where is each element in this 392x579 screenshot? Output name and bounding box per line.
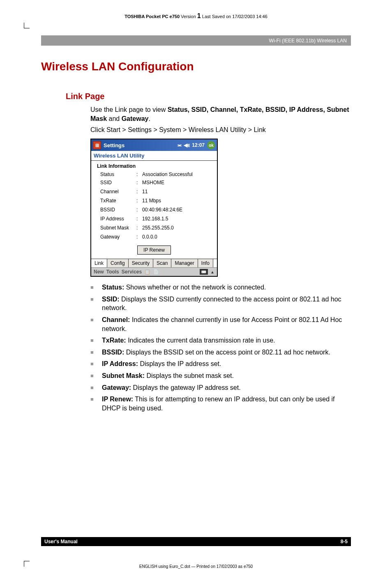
tab-strip: Link Config Security Scan Manager Info [91, 259, 217, 267]
bullet-marker: ■ [90, 283, 102, 292]
bullet-marker: ■ [90, 383, 102, 392]
info-row: Channel:11 [91, 188, 217, 197]
bullet-item: ■Gateway: Displays the gateway IP addres… [90, 383, 351, 392]
bullet-desc: Displays the BSSID set on the access poi… [124, 349, 330, 356]
main-heading: Wireless LAN Configuration [41, 60, 351, 73]
status-icons: ⫘ ◀ϵ 12:07 [177, 142, 205, 148]
bullet-item: ■SSID: Displays the SSID currently conne… [90, 295, 351, 313]
keyboard-icon[interactable]: ⌨ [200, 269, 208, 275]
bullet-marker: ■ [90, 315, 102, 333]
bullet-term: Gateway: [102, 384, 131, 391]
start-icon[interactable]: ⊞ [93, 141, 101, 149]
info-row: TxRate:11 Mbps [91, 197, 217, 206]
bullet-term: Status: [102, 284, 124, 291]
info-row: IP Address:192.168.1.5 [91, 215, 217, 224]
bullet-marker: ■ [90, 348, 102, 357]
intro-text: Use the Link page to view Status, SSID, … [90, 105, 351, 123]
bullet-marker: ■ [90, 295, 102, 313]
section-title: Link Information [91, 161, 217, 171]
bullet-term: IP Address: [102, 360, 138, 367]
ip-renew-button[interactable]: IP Renew [137, 245, 171, 255]
bullet-marker: ■ [90, 395, 102, 412]
bullet-desc: Shows whether or not the network is conn… [124, 284, 266, 291]
page-header: TOSHIBA Pocket PC e750 Version 1 Last Sa… [41, 12, 351, 20]
bullet-term: Channel: [102, 316, 130, 323]
bullet-term: BSSID: [102, 349, 124, 356]
intro-suffix: . [148, 115, 150, 122]
bullet-desc: This is for attempting to renew an IP ad… [102, 396, 335, 412]
bullet-term: Subnet Mask: [102, 372, 145, 379]
info-row: Subnet Mask:255.255.255.0 [91, 224, 217, 233]
intro-mid: and [107, 115, 122, 122]
bullet-marker: ■ [90, 359, 102, 368]
bullet-desc: Indicates the channel currently in use f… [102, 316, 342, 332]
crop-mark [24, 23, 30, 28]
bullet-term: TxRate: [102, 337, 126, 344]
bullet-item: ■Status: Shows whether or not the networ… [90, 283, 351, 292]
bullet-item: ■IP Address: Displays the IP address set… [90, 359, 351, 368]
header-version-label: Version [180, 14, 197, 19]
bullet-term: SSID: [102, 296, 120, 303]
sub-heading: Link Page [66, 92, 351, 101]
tab-link[interactable]: Link [91, 259, 107, 267]
intro-prefix: Use the Link page to view [90, 106, 168, 113]
tab-scan[interactable]: Scan [153, 259, 171, 267]
bullet-desc: Displays the gateway IP address set. [131, 384, 241, 391]
paste-icon: 📄 [153, 269, 159, 275]
title-bar: ⊞ Settings ⫘ ◀ϵ 12:07 ok [91, 139, 217, 151]
bullet-marker: ■ [90, 336, 102, 345]
bullet-desc: Displays the subnet mask set. [145, 372, 234, 379]
footer-left: User's Manual [44, 539, 78, 544]
arrow-up-icon[interactable]: ▲ [210, 270, 214, 274]
bullet-desc: Displays the SSID currently connected to… [102, 296, 341, 312]
ok-button[interactable]: ok [207, 141, 215, 149]
bullet-item: ■BSSID: Displays the BSSID set on the ac… [90, 348, 351, 357]
info-row: Gateway:0.0.0.0 [91, 233, 217, 242]
header-product: TOSHIBA Pocket PC e750 [125, 14, 180, 19]
info-row: Status:Association Successful [91, 171, 217, 180]
bullet-list: ■Status: Shows whether or not the networ… [90, 283, 351, 412]
device-screenshot: ⊞ Settings ⫘ ◀ϵ 12:07 ok Wireless LAN Ut… [90, 139, 218, 277]
clock-time: 12:07 [192, 142, 205, 148]
tab-manager[interactable]: Manager [171, 259, 198, 267]
footer-bar: User's Manual 8-5 [41, 537, 351, 546]
header-version-number: 1 [197, 12, 201, 19]
bullet-term: IP Renew: [102, 396, 133, 403]
page-footer-text: ENGLISH using Euro_C.dot — Printed on 17… [41, 564, 351, 569]
info-row: BSSID:00:40:96:48:24:6E [91, 206, 217, 215]
header-saved: Last Saved on 17/02/2003 14:46 [201, 14, 267, 19]
bottom-bar: New Tools Services 📋 📄 ⌨ ▲ [91, 267, 217, 276]
menu-new[interactable]: New [94, 269, 104, 275]
sound-icon[interactable]: ◀ϵ [184, 142, 190, 148]
footer-right: 8-5 [341, 539, 348, 544]
info-row: SSID:MSHOME [91, 180, 217, 188]
bullet-item: ■Subnet Mask: Displays the subnet mask s… [90, 371, 351, 380]
tab-info[interactable]: Info [198, 259, 213, 267]
app-title: Wireless LAN Utility [91, 151, 217, 161]
tab-config[interactable]: Config [107, 259, 129, 267]
connection-icon[interactable]: ⫘ [177, 142, 182, 148]
tab-security[interactable]: Security [129, 259, 153, 267]
bullet-marker: ■ [90, 371, 102, 380]
clipboard-icon: 📋 [144, 269, 150, 275]
breadcrumb-bar: Wi-Fi (IEEE 802.11b) Wireless LAN [41, 35, 351, 46]
bullet-item: ■TxRate: Indicates the current data tran… [90, 336, 351, 345]
title-app: Settings [104, 142, 125, 148]
bullet-desc: Indicates the current data transmission … [126, 337, 275, 344]
breadcrumb-text: Wi-Fi (IEEE 802.11b) Wireless LAN [269, 38, 347, 44]
menu-services[interactable]: Services [122, 269, 142, 275]
nav-path: Click Start > Settings > System > Wirele… [90, 126, 351, 134]
menu-tools[interactable]: Tools [106, 269, 119, 275]
crop-mark [24, 561, 30, 567]
bullet-desc: Displays the IP address set. [138, 360, 221, 367]
info-rows: Status:Association Successful SSID:MSHOM… [91, 171, 217, 242]
bullet-item: ■Channel: Indicates the channel currentl… [90, 315, 351, 333]
bullet-item: ■IP Renew: This is for attempting to ren… [90, 395, 351, 412]
intro-bold2: Gateway [122, 115, 149, 122]
